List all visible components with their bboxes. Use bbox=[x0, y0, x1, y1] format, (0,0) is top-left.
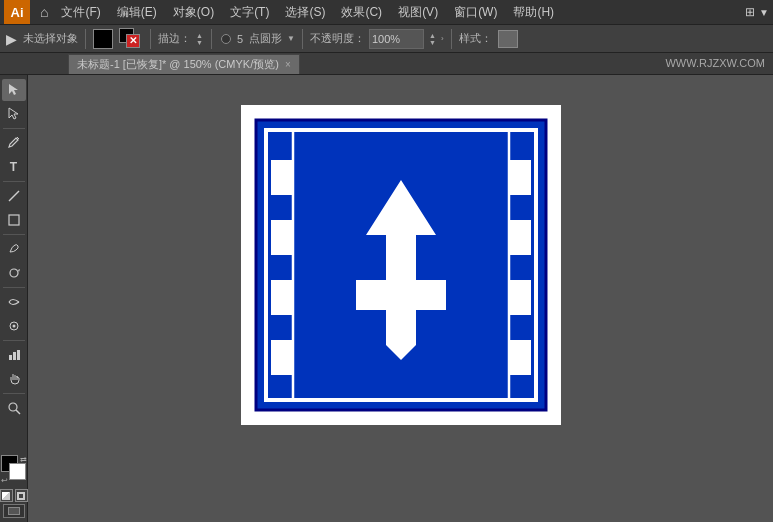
separator-5 bbox=[451, 29, 452, 49]
svg-rect-2 bbox=[9, 215, 19, 225]
document-tab[interactable]: 未标题-1 [已恢复]* @ 150% (CMYK/预览) × bbox=[68, 54, 300, 74]
tool-symbol[interactable] bbox=[2, 315, 26, 337]
tool-rotate[interactable] bbox=[2, 262, 26, 284]
selection-label: 未选择对象 bbox=[23, 31, 78, 46]
svg-rect-20 bbox=[509, 280, 531, 315]
svg-rect-14 bbox=[271, 160, 293, 195]
style-label: 样式： bbox=[459, 31, 492, 46]
tab-bar: 未标题-1 [已恢复]* @ 150% (CMYK/预览) × WWW.RJZX… bbox=[0, 53, 773, 75]
menu-bar: Ai ⌂ 文件(F) 编辑(E) 对象(O) 文字(T) 选择(S) 效果(C)… bbox=[0, 0, 773, 25]
toolbar-divider-4 bbox=[3, 287, 25, 288]
tool-direct-select[interactable] bbox=[2, 103, 26, 125]
menu-home-icon[interactable]: ⌂ bbox=[36, 4, 52, 20]
tool-line[interactable] bbox=[2, 185, 26, 207]
reset-colors-icon[interactable]: ↩ bbox=[1, 476, 8, 485]
controls-bar: ▶ 未选择对象 ✕ 描边： ▲ ▼ 5 点圆形 ▼ 不透明度： ▲ ▼ › 样式… bbox=[0, 25, 773, 53]
ai-logo: Ai bbox=[4, 0, 30, 24]
tool-pencil[interactable] bbox=[2, 238, 26, 260]
menu-object[interactable]: 对象(O) bbox=[166, 2, 221, 23]
menu-help[interactable]: 帮助(H) bbox=[506, 2, 561, 23]
stroke-label: 描边： bbox=[158, 31, 191, 46]
tool-column-graph[interactable] bbox=[2, 344, 26, 366]
artwork bbox=[241, 105, 561, 425]
svg-rect-16 bbox=[271, 280, 293, 315]
selection-tool-icon: ▶ bbox=[6, 31, 17, 47]
svg-point-3 bbox=[10, 269, 18, 277]
svg-rect-7 bbox=[13, 352, 16, 360]
opacity-arrow[interactable]: › bbox=[441, 34, 444, 43]
menu-edit[interactable]: 编辑(E) bbox=[110, 2, 164, 23]
svg-rect-21 bbox=[509, 340, 531, 375]
svg-line-10 bbox=[16, 410, 20, 414]
tool-zoom[interactable] bbox=[2, 397, 26, 419]
svg-rect-8 bbox=[17, 350, 20, 360]
menu-window[interactable]: 窗口(W) bbox=[447, 2, 504, 23]
tab-title: 未标题-1 [已恢复]* @ 150% (CMYK/预览) bbox=[77, 57, 279, 72]
tool-select[interactable] bbox=[2, 79, 26, 101]
toolbar-divider-3 bbox=[3, 234, 25, 235]
svg-rect-6 bbox=[9, 355, 12, 360]
canvas-area bbox=[28, 75, 773, 522]
swap-colors-icon[interactable]: ⇄ bbox=[20, 455, 27, 464]
opacity-label: 不透明度： bbox=[310, 31, 365, 46]
opacity-up-down[interactable]: ▲ ▼ bbox=[429, 32, 436, 46]
color-mode-stroke[interactable] bbox=[15, 489, 28, 502]
toolbar-divider-1 bbox=[3, 128, 25, 129]
tool-pen[interactable] bbox=[2, 132, 26, 154]
tool-warp[interactable] bbox=[2, 291, 26, 313]
stroke-value: 5 bbox=[237, 33, 243, 45]
svg-rect-18 bbox=[509, 160, 531, 195]
separator-2 bbox=[150, 29, 151, 49]
svg-rect-15 bbox=[271, 220, 293, 255]
svg-rect-19 bbox=[509, 220, 531, 255]
tool-type[interactable]: T bbox=[2, 156, 26, 178]
svg-point-5 bbox=[12, 325, 15, 328]
menu-view[interactable]: 视图(V) bbox=[391, 2, 445, 23]
main-canvas bbox=[241, 105, 561, 425]
menu-select[interactable]: 选择(S) bbox=[278, 2, 332, 23]
dot-color bbox=[221, 34, 231, 44]
fill-color-box[interactable] bbox=[93, 29, 113, 49]
tool-rect[interactable] bbox=[2, 209, 26, 231]
toolbar-divider-5 bbox=[3, 340, 25, 341]
stroke-up-down[interactable]: ▲ ▼ bbox=[196, 32, 203, 46]
screen-mode[interactable] bbox=[3, 504, 25, 518]
tool-hand[interactable] bbox=[2, 368, 26, 390]
separator-4 bbox=[302, 29, 303, 49]
shape-label: 点圆形 bbox=[249, 31, 282, 46]
style-box[interactable] bbox=[498, 30, 518, 48]
main-area: T bbox=[0, 75, 773, 522]
opacity-input[interactable] bbox=[369, 29, 424, 49]
tab-close-button[interactable]: × bbox=[285, 59, 291, 70]
separator-1 bbox=[85, 29, 86, 49]
background-color[interactable] bbox=[9, 463, 26, 480]
menu-file[interactable]: 文件(F) bbox=[54, 2, 107, 23]
website-url: WWW.RJZXW.COM bbox=[665, 52, 765, 74]
separator-3 bbox=[211, 29, 212, 49]
stroke-indicator[interactable]: ✕ bbox=[119, 28, 143, 50]
left-toolbar: T bbox=[0, 75, 28, 522]
workspace-dropdown[interactable]: ▼ bbox=[759, 7, 769, 18]
workspace-icon[interactable]: ⊞ bbox=[745, 5, 755, 19]
svg-point-9 bbox=[9, 403, 17, 411]
toolbar-divider-6 bbox=[3, 393, 25, 394]
shape-dropdown[interactable]: ▼ bbox=[287, 34, 295, 43]
color-palette: ⇄ ↩ bbox=[1, 455, 27, 485]
color-mode-fill[interactable] bbox=[0, 489, 13, 502]
menu-effect[interactable]: 效果(C) bbox=[334, 2, 389, 23]
svg-rect-17 bbox=[271, 340, 293, 375]
toolbar-divider-2 bbox=[3, 181, 25, 182]
svg-line-1 bbox=[9, 191, 19, 201]
menu-text[interactable]: 文字(T) bbox=[223, 2, 276, 23]
